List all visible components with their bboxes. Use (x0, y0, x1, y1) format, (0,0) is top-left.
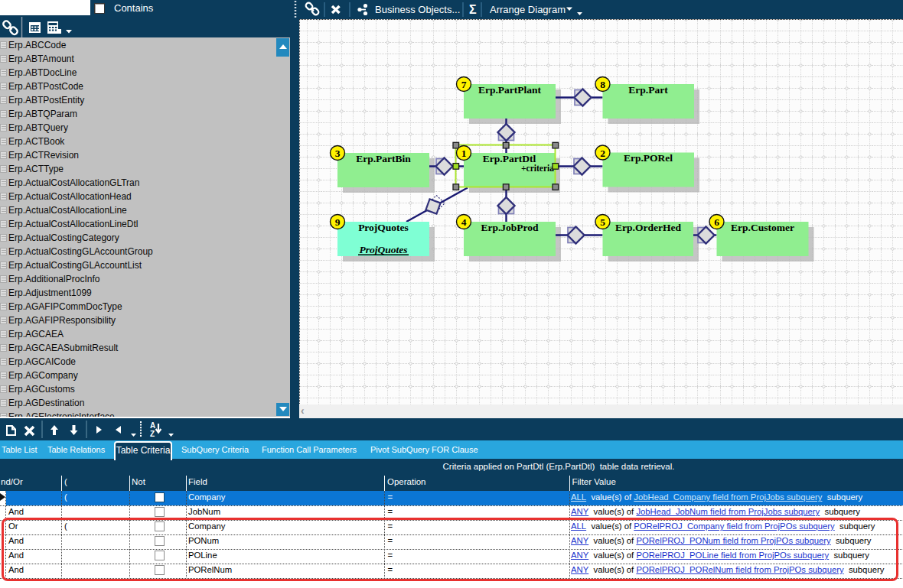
svg-text:Erp.PORel: Erp.PORel (624, 152, 673, 164)
svg-text:Erp.JobProd: Erp.JobProd (481, 222, 539, 233)
svg-text:ProjQuotes: ProjQuotes (358, 222, 409, 233)
svg-text:ProjQuotes: ProjQuotes (359, 244, 407, 255)
svg-text:+criteria: +criteria (521, 164, 554, 173)
svg-text:5: 5 (600, 216, 605, 228)
svg-text:A: A (150, 421, 155, 430)
svg-text:4: 4 (461, 216, 467, 228)
svg-text:2: 2 (600, 148, 605, 159)
svg-text:Erp.PartDtl: Erp.PartDtl (483, 153, 536, 164)
svg-text:9: 9 (335, 216, 341, 228)
svg-text:Σ: Σ (469, 3, 477, 16)
svg-text:Erp.OrderHed: Erp.OrderHed (615, 222, 681, 233)
svg-text:6: 6 (714, 216, 719, 228)
svg-text:7: 7 (461, 79, 467, 90)
svg-text:Z: Z (150, 430, 155, 438)
svg-text:Erp.Customer: Erp.Customer (731, 222, 794, 233)
svg-text:Erp.PartBin: Erp.PartBin (356, 153, 411, 164)
svg-text:8: 8 (600, 79, 605, 90)
svg-text:Erp.Part: Erp.Part (628, 84, 668, 96)
svg-text:Erp.PartPlant: Erp.PartPlant (478, 84, 542, 96)
svg-text:1: 1 (461, 148, 467, 159)
svg-text:3: 3 (335, 148, 341, 159)
